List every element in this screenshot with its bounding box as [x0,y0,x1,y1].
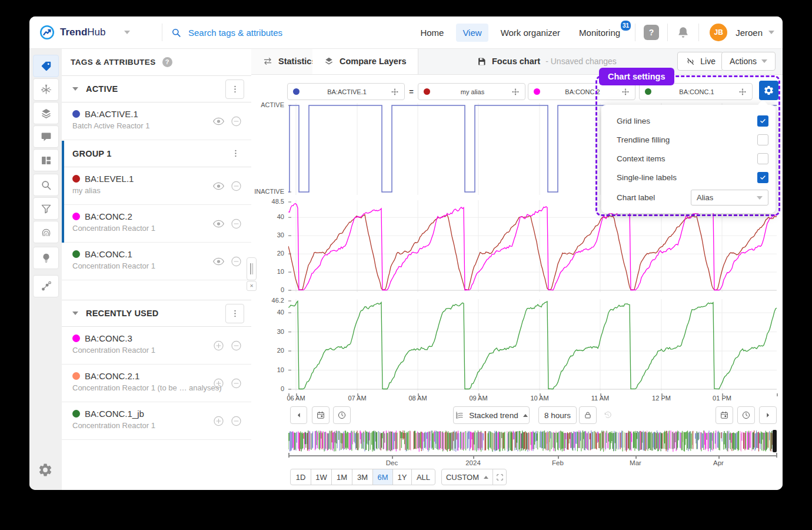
range-button-all[interactable]: ALL [411,469,435,485]
tag-row-ba:level.1[interactable]: BA:LEVEL.1my alias [62,167,251,205]
add-icon[interactable] [212,415,225,427]
move-handle-icon[interactable] [391,88,399,96]
history-button[interactable] [599,406,617,424]
rail-button-search[interactable] [33,174,59,196]
add-icon[interactable] [212,339,225,352]
pan-left-button[interactable] [290,406,307,424]
eye-icon[interactable] [212,217,225,230]
live-button[interactable]: Live [677,52,724,71]
tag-row-ba:conc.1[interactable]: BA:CONC.1Concentration Reactor 1 [62,243,251,280]
analog-trend-chart-2[interactable] [288,299,777,391]
compare-layers-tab[interactable]: Compare Layers [312,48,418,74]
start-date-button[interactable] [312,406,330,424]
rail-settings-gear-icon[interactable] [38,462,53,478]
notifications-bell-icon[interactable] [676,25,690,39]
user-menu-chevron-down-icon[interactable] [768,31,774,34]
chevron-down-icon[interactable] [72,87,78,91]
section-menu-kebab-icon[interactable] [225,80,244,99]
tag-row-ba:active.1[interactable]: BA:ACTIVE.1Batch Active Reactor 1 [62,102,251,140]
tag-row-ba:conc.2[interactable]: BA:CONC.2Concentration Reactor 1 [62,205,251,243]
save-icon[interactable] [477,57,487,67]
section-header-group-1[interactable]: GROUP 1 [62,140,251,167]
move-handle-icon[interactable] [511,88,520,96]
section-header-active[interactable]: ACTIVE [62,75,251,102]
tag-row-ba:conc.1_jb[interactable]: BA:CONC.1_jbConcentration Reactor 1 [62,402,251,440]
tag-row-ba:conc.3[interactable]: BA:CONC.3Concentration Reactor 1 [62,327,251,365]
series-chip-ba:conc.2[interactable]: BA:CONC.2 [528,83,635,100]
section-header-recently-used[interactable]: RECENTLY USED [62,300,251,327]
y-tick-label: 20 [251,347,284,354]
section-menu-kebab-icon[interactable] [225,304,244,323]
rail-button-filter[interactable] [33,197,59,220]
remove-icon[interactable] [230,255,242,267]
end-date-button[interactable] [716,406,733,424]
rail-button-fingerprint[interactable] [33,221,59,243]
rail-button-tag[interactable] [33,55,59,77]
view-mode-label: Stacked trend [469,411,518,420]
rail-button-formulas[interactable] [33,78,59,101]
start-time-button[interactable] [333,406,351,424]
range-button-1d[interactable]: 1D [290,469,311,485]
nav-item-home[interactable]: Home [414,24,450,42]
lock-timespan-button[interactable] [579,406,597,424]
range-button-1y[interactable]: 1Y [392,469,412,485]
drag-grip-icon[interactable] [247,257,257,280]
panel-resize-handle[interactable]: ✕ [247,257,257,291]
series-chip-ba:active.1[interactable]: BA:ACTIVE.1 [287,83,405,100]
app-logo[interactable]: TrendHub [39,16,130,48]
remove-icon[interactable] [230,115,242,127]
help-button[interactable]: ? [644,25,659,40]
avatar[interactable]: JB [710,24,727,41]
actions-button[interactable]: Actions [721,52,776,71]
nav-item-work-organizer[interactable]: Work organizer [494,24,567,42]
section-menu-kebab-icon[interactable] [227,144,244,163]
chart-label-select[interactable]: Alias [691,190,768,206]
add-icon[interactable] [212,377,225,389]
eye-icon[interactable] [212,115,225,127]
rail-button-scatter[interactable] [33,275,59,297]
range-button-6m[interactable]: 6M [372,469,393,485]
move-handle-icon[interactable] [621,88,630,96]
checkbox-checked[interactable] [757,172,768,183]
custom-range-button[interactable]: CUSTOM [441,469,493,485]
rail-button-lightbulb[interactable] [33,247,59,269]
series-chip-my-alias[interactable]: my alias [418,83,525,100]
series-chip-ba:conc.1[interactable]: BA:CONC.1 [639,83,753,100]
rail-button-dashboard[interactable] [33,149,59,171]
user-name[interactable]: Jeroen [736,28,763,38]
remove-icon[interactable] [230,217,242,230]
remove-icon[interactable] [230,377,242,389]
analog-trend-chart-1[interactable] [288,200,777,292]
range-button-1m[interactable]: 1M [331,469,352,485]
pan-right-button[interactable] [759,406,777,424]
nav-item-view[interactable]: View [456,24,488,42]
fit-range-button[interactable] [492,469,507,485]
remove-icon[interactable] [230,339,242,352]
chevron-down-icon[interactable] [72,312,78,315]
remove-icon[interactable] [230,180,242,192]
duration-button[interactable]: 8 hours [538,406,577,424]
move-handle-icon[interactable] [738,88,747,96]
chart-settings-gear-button[interactable] [759,81,778,100]
overview-strip[interactable] [288,430,777,452]
view-mode-dropdown[interactable]: Stacked trend [453,406,530,424]
range-button-1w[interactable]: 1W [311,469,332,485]
nav-item-monitoring[interactable]: Monitoring31 [573,24,627,42]
end-time-button[interactable] [737,406,755,424]
panel-help-icon[interactable]: ? [162,57,172,67]
checkbox-unchecked[interactable] [757,153,768,164]
checkbox-checked[interactable] [757,115,768,127]
global-search[interactable]: Search tags & attributes [171,16,282,48]
timeline-label-2024: 2024 [465,459,481,466]
remove-icon[interactable] [230,415,242,427]
eye-icon[interactable] [212,255,225,267]
workspace-chevron-down-icon[interactable] [124,31,130,34]
overview-selection-handle[interactable] [773,430,777,452]
checkbox-unchecked[interactable] [757,134,768,145]
collapse-panel-icon[interactable]: ✕ [247,281,257,291]
range-button-3m[interactable]: 3M [352,469,373,485]
eye-icon[interactable] [212,180,225,192]
rail-button-comment[interactable] [33,125,59,148]
rail-button-layers[interactable] [33,102,59,124]
tag-row-ba:conc.2.1[interactable]: BA:CONC.2.1Concentration Reactor 1 (to b… [62,365,251,402]
